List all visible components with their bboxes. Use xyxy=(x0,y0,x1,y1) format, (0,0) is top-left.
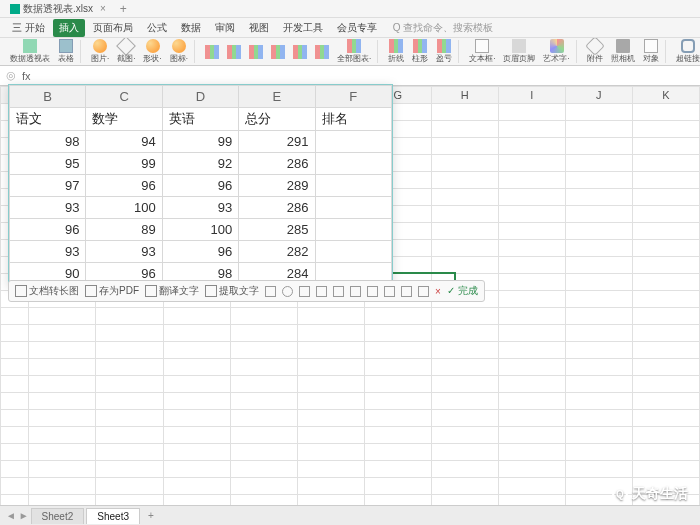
cell[interactable] xyxy=(297,427,364,444)
cell[interactable] xyxy=(632,359,699,376)
cell[interactable] xyxy=(498,206,565,223)
cell[interactable] xyxy=(632,325,699,342)
textbox-button[interactable]: 文本框· xyxy=(466,38,498,65)
cell[interactable] xyxy=(632,206,699,223)
cell[interactable] xyxy=(565,104,632,121)
cell[interactable] xyxy=(431,223,498,240)
cell[interactable] xyxy=(632,444,699,461)
cell[interactable] xyxy=(96,410,163,427)
cell[interactable] xyxy=(632,138,699,155)
chart-area-button[interactable] xyxy=(268,44,288,60)
cell[interactable] xyxy=(297,376,364,393)
name-box[interactable]: ◎ xyxy=(6,69,16,82)
sheet-tab-Sheet3[interactable]: Sheet3 xyxy=(86,508,140,524)
cell[interactable] xyxy=(565,291,632,308)
cell[interactable] xyxy=(364,427,431,444)
cell[interactable] xyxy=(431,121,498,138)
cell[interactable] xyxy=(96,478,163,495)
cell[interactable] xyxy=(1,393,29,410)
chart-more-button[interactable] xyxy=(312,44,332,60)
cell[interactable] xyxy=(431,461,498,478)
cell[interactable] xyxy=(632,274,699,291)
object-button[interactable]: 对象 xyxy=(640,38,662,65)
cell[interactable] xyxy=(498,376,565,393)
cell[interactable] xyxy=(163,393,230,410)
cell[interactable] xyxy=(230,393,297,410)
cell[interactable] xyxy=(498,427,565,444)
cell[interactable] xyxy=(163,461,230,478)
cell[interactable] xyxy=(96,308,163,325)
cell[interactable] xyxy=(297,342,364,359)
cell[interactable] xyxy=(1,308,29,325)
camera-button[interactable]: 照相机 xyxy=(608,38,638,65)
menu-item-2[interactable]: 页面布局 xyxy=(87,19,139,37)
cell[interactable] xyxy=(565,461,632,478)
shape-tool-text[interactable] xyxy=(350,286,361,297)
shape-tool-blur[interactable] xyxy=(367,286,378,297)
cell[interactable] xyxy=(364,325,431,342)
cell[interactable] xyxy=(431,308,498,325)
cell[interactable] xyxy=(230,359,297,376)
menu-item-7[interactable]: 开发工具 xyxy=(277,19,329,37)
cell[interactable] xyxy=(29,410,96,427)
sparkline-wl-button[interactable]: 盈亏 xyxy=(433,38,455,65)
cancel-button[interactable]: × xyxy=(435,286,441,297)
cell[interactable] xyxy=(163,427,230,444)
sparkline-col-button[interactable]: 柱形 xyxy=(409,38,431,65)
sheet-tab-Sheet2[interactable]: Sheet2 xyxy=(31,508,85,524)
shape-tool-arrow[interactable] xyxy=(316,286,327,297)
cell[interactable] xyxy=(632,427,699,444)
cell[interactable] xyxy=(364,461,431,478)
cell[interactable] xyxy=(364,308,431,325)
cell[interactable] xyxy=(498,189,565,206)
done-button[interactable]: ✓ 完成 xyxy=(447,284,478,298)
cell[interactable] xyxy=(498,121,565,138)
cell[interactable] xyxy=(230,427,297,444)
cell[interactable] xyxy=(230,444,297,461)
cell[interactable] xyxy=(498,104,565,121)
cell[interactable] xyxy=(297,393,364,410)
cell[interactable] xyxy=(632,104,699,121)
cell[interactable] xyxy=(297,410,364,427)
cell[interactable] xyxy=(632,155,699,172)
cell[interactable] xyxy=(632,291,699,308)
cell[interactable] xyxy=(297,308,364,325)
cell[interactable] xyxy=(498,138,565,155)
cell[interactable] xyxy=(96,376,163,393)
cell[interactable] xyxy=(431,138,498,155)
menu-item-5[interactable]: 审阅 xyxy=(209,19,241,37)
sheet-nav[interactable]: ◄ ► xyxy=(6,510,29,521)
cell[interactable] xyxy=(498,155,565,172)
cell[interactable] xyxy=(565,393,632,410)
cell[interactable] xyxy=(632,342,699,359)
cell[interactable] xyxy=(29,376,96,393)
cell[interactable] xyxy=(297,325,364,342)
menu-item-6[interactable]: 视图 xyxy=(243,19,275,37)
cell[interactable] xyxy=(565,308,632,325)
cell[interactable] xyxy=(632,240,699,257)
cell[interactable] xyxy=(1,461,29,478)
cell[interactable] xyxy=(297,444,364,461)
cell[interactable] xyxy=(632,121,699,138)
cell[interactable] xyxy=(565,376,632,393)
cell[interactable] xyxy=(498,308,565,325)
cell[interactable] xyxy=(364,393,431,410)
cell[interactable] xyxy=(1,342,29,359)
cell[interactable] xyxy=(29,478,96,495)
cell[interactable] xyxy=(431,206,498,223)
cell[interactable] xyxy=(364,410,431,427)
new-tab-button[interactable]: + xyxy=(120,2,127,16)
cell[interactable] xyxy=(431,359,498,376)
chart-scatter-button[interactable] xyxy=(290,44,310,60)
cell[interactable] xyxy=(565,138,632,155)
chart-bar-button[interactable] xyxy=(202,44,222,60)
cell[interactable] xyxy=(1,325,29,342)
cell[interactable] xyxy=(565,121,632,138)
menu-item-4[interactable]: 数据 xyxy=(175,19,207,37)
translate-button[interactable]: 翻译文字 xyxy=(145,284,199,298)
shape-tool-undo[interactable] xyxy=(384,286,395,297)
cell[interactable] xyxy=(163,478,230,495)
shape-tool-pen[interactable] xyxy=(333,286,344,297)
cell[interactable] xyxy=(230,376,297,393)
cell[interactable] xyxy=(498,359,565,376)
